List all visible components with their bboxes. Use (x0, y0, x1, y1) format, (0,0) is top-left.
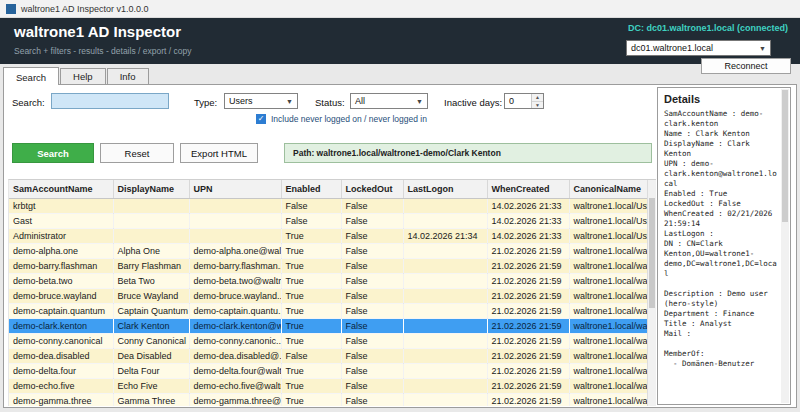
table-cell: demo-bruce.wayland... (189, 288, 281, 303)
table-cell: 21.02.2026 21:59 (487, 243, 569, 258)
table-cell: demo-gamma.three@... (189, 393, 281, 406)
tab-info[interactable]: Info (107, 68, 149, 84)
table-row[interactable]: demo-captain.quantumCaptain Quantumdemo-… (9, 303, 648, 318)
table-cell (403, 258, 487, 273)
table-cell: waltrone1.local/waltro... (569, 333, 648, 348)
table-cell: False (341, 363, 403, 378)
table-cell: waltrone1.local/waltro... (569, 303, 648, 318)
column-header-enabled[interactable]: Enabled (281, 180, 341, 198)
inactive-days-label: Inactive days: (444, 97, 502, 108)
table-cell: demo-beta.two@waltr... (189, 273, 281, 288)
inactive-days-value: 0 (505, 94, 531, 108)
include-never-logged-checkbox[interactable]: ✓ Include never logged on / never logged… (256, 114, 427, 124)
table-cell: demo-conny.canonical (9, 333, 113, 348)
table-cell: True (281, 243, 341, 258)
table-row[interactable]: demo-gamma.threeGamma Threedemo-gamma.th… (9, 393, 648, 406)
table-cell: False (341, 393, 403, 406)
table-cell: False (341, 258, 403, 273)
table-row[interactable]: demo-delta.fourDelta Fourdemo-delta.four… (9, 363, 648, 378)
table-cell: True (281, 333, 341, 348)
table-cell: 14.02.2026 21:33 (487, 213, 569, 228)
table-cell: krbtgt (9, 198, 113, 213)
chevron-down-icon: ▼ (416, 98, 423, 105)
table-cell: waltrone1.local/waltro... (569, 348, 648, 363)
table-scrollbar[interactable] (647, 180, 656, 406)
column-header-displayname[interactable]: DisplayName (113, 180, 189, 198)
dc-selector[interactable]: dc01.waltrone1.local ▼ (626, 40, 771, 56)
table-cell: Clark Kenton (113, 318, 189, 333)
table-cell: Gamma Three (113, 393, 189, 406)
export-html-button[interactable]: Export HTML (180, 143, 258, 163)
table-cell: False (341, 228, 403, 243)
table-row[interactable]: demo-conny.canonicalConny Canonicaldemo-… (9, 333, 648, 348)
table-cell: False (341, 333, 403, 348)
table-scrollbar-thumb[interactable] (649, 198, 655, 308)
table-cell: False (341, 348, 403, 363)
table-cell: demo-alpha.one (9, 243, 113, 258)
table-row[interactable]: demo-echo.fiveEcho Fivedemo-echo.five@wa… (9, 378, 648, 393)
status-select[interactable]: All ▼ (350, 93, 428, 109)
status-label: Status: (315, 97, 345, 108)
table-cell: demo-delta.four (9, 363, 113, 378)
table-row[interactable]: demo-clark.kentonClark Kentondemo-clark.… (9, 318, 648, 333)
table-row[interactable]: demo-alpha.oneAlpha Onedemo-alpha.one@wa… (9, 243, 648, 258)
search-input[interactable] (51, 93, 169, 109)
column-header-upn[interactable]: UPN (189, 180, 281, 198)
details-panel: Details SamAccountName : demo-clark.kent… (657, 87, 791, 405)
details-scrollbar-thumb[interactable] (782, 90, 788, 222)
table-cell (189, 213, 281, 228)
table-cell: demo-delta.four@walt... (189, 363, 281, 378)
table-cell: waltrone1.local/waltro... (569, 393, 648, 406)
table-row[interactable]: GastFalseFalse14.02.2026 21:33waltrone1.… (9, 213, 648, 228)
column-header-canonicalname[interactable]: CanonicalName (569, 180, 648, 198)
dc-status: DC: dc01.waltrone1.local (connected) (628, 23, 788, 33)
column-header-lastlogon[interactable]: LastLogon (403, 180, 487, 198)
table-cell: demo-conny.canonic... (189, 333, 281, 348)
column-header-samaccountname[interactable]: SamAccountName (9, 180, 113, 198)
table-cell (189, 198, 281, 213)
type-select-value: Users (229, 96, 253, 106)
type-select[interactable]: Users ▼ (224, 93, 298, 109)
table-row[interactable]: krbtgtFalseFalse14.02.2026 21:33waltrone… (9, 198, 648, 213)
table-cell (403, 243, 487, 258)
table-cell: 21.02.2026 21:59 (487, 393, 569, 406)
reconnect-button[interactable]: Reconnect (701, 58, 791, 74)
table-cell (403, 198, 487, 213)
table-cell: demo-barry.flashman... (189, 258, 281, 273)
table-row[interactable]: demo-bruce.waylandBruce Waylanddemo-bruc… (9, 288, 648, 303)
table-cell: True (281, 303, 341, 318)
table-cell: 21.02.2026 21:59 (487, 303, 569, 318)
search-button[interactable]: Search (12, 143, 94, 163)
table-cell: True (281, 288, 341, 303)
table-cell: waltrone1.local/waltro... (569, 288, 648, 303)
spinner-down-icon[interactable]: ▼ (532, 102, 543, 109)
inactive-days-stepper[interactable]: 0 ▲ ▼ (504, 93, 544, 109)
reset-button[interactable]: Reset (100, 143, 174, 163)
table-row[interactable]: demo-dea.disabledDea Disableddemo-dea.di… (9, 348, 648, 363)
results-table: SamAccountNameDisplayNameUPNEnabledLocke… (8, 179, 656, 406)
table-cell: False (341, 198, 403, 213)
tab-help[interactable]: Help (60, 68, 106, 84)
table-cell: False (341, 273, 403, 288)
table-cell (113, 198, 189, 213)
table-row[interactable]: demo-barry.flashmanBarry Flashmandemo-ba… (9, 258, 648, 273)
results-table-body: krbtgtFalseFalse14.02.2026 21:33waltrone… (9, 198, 648, 406)
table-cell (189, 228, 281, 243)
spinner-up-icon[interactable]: ▲ (532, 94, 543, 102)
tab-search[interactable]: Search (3, 67, 59, 85)
table-cell: demo-bruce.wayland (9, 288, 113, 303)
table-cell: 14.02.2026 21:33 (487, 198, 569, 213)
table-cell: waltrone1.local/waltro... (569, 363, 648, 378)
column-header-lockedout[interactable]: LockedOut (341, 180, 403, 198)
details-scrollbar[interactable] (781, 89, 789, 403)
table-cell: 21.02.2026 21:59 (487, 348, 569, 363)
column-header-whencreated[interactable]: WhenCreated (487, 180, 569, 198)
table-cell: demo-echo.five (9, 378, 113, 393)
table-cell (113, 213, 189, 228)
table-row[interactable]: demo-beta.twoBeta Twodemo-beta.two@waltr… (9, 273, 648, 288)
table-cell (403, 288, 487, 303)
table-cell: demo-dea.disabled (9, 348, 113, 363)
table-cell: True (281, 378, 341, 393)
table-cell: waltrone1.local/waltro... (569, 258, 648, 273)
table-row[interactable]: AdministratorTrueFalse14.02.2026 21:3414… (9, 228, 648, 243)
